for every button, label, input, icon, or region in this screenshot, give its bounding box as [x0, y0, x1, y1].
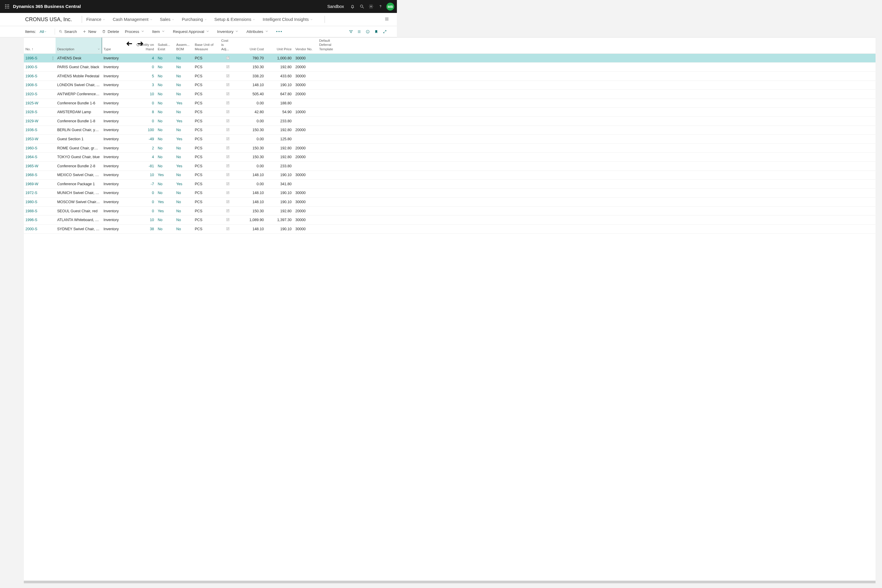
- cell-substi[interactable]: No: [156, 146, 175, 150]
- expand-button[interactable]: [380, 27, 389, 36]
- cell-no[interactable]: 1929-W: [24, 119, 56, 123]
- table-row[interactable]: 1960-SROME Guest Chair, greenInventory2N…: [24, 144, 397, 153]
- cell-substi[interactable]: Yes: [156, 173, 175, 177]
- col-assem[interactable]: Assem... BOM: [175, 43, 193, 53]
- cell-qty[interactable]: 4: [129, 56, 156, 60]
- cell-assem[interactable]: No: [175, 65, 193, 69]
- cell-substi[interactable]: Yes: [156, 209, 175, 213]
- cell-assem[interactable]: No: [175, 209, 193, 213]
- col-description[interactable]: Description: [56, 38, 102, 54]
- cell-no[interactable]: 1953-W: [24, 137, 56, 141]
- cell-qty[interactable]: 100: [129, 128, 156, 132]
- cell-substi[interactable]: No: [156, 119, 175, 123]
- list-view-button[interactable]: [355, 27, 364, 36]
- cell-assem[interactable]: No: [175, 92, 193, 96]
- cell-substi[interactable]: No: [156, 128, 175, 132]
- table-row[interactable]: 1928-SAMSTERDAM LampInventory8NoNoPCS42.…: [24, 108, 397, 117]
- cell-assem[interactable]: No: [175, 173, 193, 177]
- cell-substi[interactable]: No: [156, 227, 175, 231]
- item-action[interactable]: Item: [152, 29, 167, 34]
- col-base-unit[interactable]: Base Unit of Measure: [193, 43, 220, 53]
- nav-item[interactable]: Sales: [160, 17, 175, 22]
- table-row[interactable]: 1972-SMUNICH Swivel Chair, y...Inventory…: [24, 189, 397, 198]
- cell-assem[interactable]: No: [175, 146, 193, 150]
- table-row[interactable]: 1920-SANTWERP Conference T...Inventory10…: [24, 90, 397, 99]
- cell-qty[interactable]: -7: [129, 182, 156, 186]
- cell-assem[interactable]: No: [175, 155, 193, 159]
- col-deferral[interactable]: Default Deferral Template: [318, 39, 343, 54]
- cell-no[interactable]: 1968-S: [24, 173, 56, 177]
- cell-qty[interactable]: 2: [129, 146, 156, 150]
- table-row[interactable]: 1936-SBERLIN Guest Chair, yell...Invento…: [24, 126, 397, 135]
- cell-assem[interactable]: Yes: [175, 101, 193, 105]
- cell-substi[interactable]: No: [156, 74, 175, 78]
- process-action[interactable]: Process: [125, 29, 146, 34]
- cell-substi[interactable]: No: [156, 164, 175, 168]
- table-row[interactable]: 1996-SATLANTA Whiteboard, b...Inventory1…: [24, 216, 397, 225]
- cell-qty[interactable]: 10: [129, 173, 156, 177]
- inventory-action[interactable]: Inventory: [217, 29, 241, 34]
- cell-no[interactable]: 1908-S: [24, 83, 56, 87]
- cell-no[interactable]: 1960-S: [24, 146, 56, 150]
- table-row[interactable]: 1929-WConference Bundle 1-8Inventory0NoY…: [24, 117, 397, 126]
- cell-qty[interactable]: 8: [129, 110, 156, 114]
- cell-substi[interactable]: No: [156, 56, 175, 60]
- table-row[interactable]: 1968-SMEXICO Swivel Chair, bl...Inventor…: [24, 171, 397, 180]
- cell-substi[interactable]: No: [156, 191, 175, 195]
- cell-no[interactable]: 1936-S: [24, 128, 56, 132]
- nav-item[interactable]: Purchasing: [182, 17, 207, 22]
- cell-qty[interactable]: 0: [129, 119, 156, 123]
- row-menu-button[interactable]: ⋮: [51, 57, 55, 60]
- cell-assem[interactable]: Yes: [175, 164, 193, 168]
- cell-no[interactable]: 1928-S: [24, 110, 56, 114]
- table-row[interactable]: 1900-SPARIS Guest Chair, blackInventory0…: [24, 63, 397, 72]
- table-row[interactable]: 1925-WConference Bundle 1-6Inventory0NoY…: [24, 99, 397, 108]
- cell-substi[interactable]: No: [156, 92, 175, 96]
- col-unit-price[interactable]: Unit Price: [266, 47, 294, 54]
- col-unit-cost[interactable]: Unit Cost: [237, 47, 266, 54]
- cell-qty[interactable]: 38: [129, 227, 156, 231]
- cell-substi[interactable]: No: [156, 218, 175, 222]
- cell-assem[interactable]: No: [175, 56, 193, 60]
- table-row[interactable]: 1908-SLONDON Swivel Chair, ...Inventory3…: [24, 81, 397, 90]
- col-qty[interactable]: Quantity on Hand: [129, 43, 156, 53]
- cell-substi[interactable]: No: [156, 110, 175, 114]
- table-row[interactable]: 1964-STOKYO Guest Chair, blueInventory4N…: [24, 153, 397, 162]
- request-approval-action[interactable]: Request Approval: [173, 29, 212, 34]
- cell-no[interactable]: 1996-S: [24, 218, 56, 222]
- cell-qty[interactable]: 10: [129, 218, 156, 222]
- cell-qty[interactable]: 0: [129, 191, 156, 195]
- cell-qty[interactable]: 10: [129, 92, 156, 96]
- cell-assem[interactable]: No: [175, 110, 193, 114]
- cell-substi[interactable]: No: [156, 65, 175, 69]
- filter-button[interactable]: [346, 27, 355, 36]
- cell-substi[interactable]: No: [156, 101, 175, 105]
- cell-qty[interactable]: 0: [129, 200, 156, 204]
- cell-no[interactable]: 1906-S: [24, 74, 56, 78]
- delete-action[interactable]: Delete: [102, 29, 119, 34]
- cell-qty[interactable]: -81: [129, 164, 156, 168]
- help-button[interactable]: [376, 0, 385, 13]
- cell-qty[interactable]: 4: [129, 155, 156, 159]
- cell-assem[interactable]: No: [175, 83, 193, 87]
- table-row[interactable]: 2000-SSYDNEY Swivel Chair, gr...Inventor…: [24, 225, 397, 234]
- cell-qty[interactable]: 0: [129, 101, 156, 105]
- cell-assem[interactable]: Yes: [175, 119, 193, 123]
- settings-button[interactable]: [367, 0, 376, 13]
- cell-assem[interactable]: Yes: [175, 182, 193, 186]
- table-row[interactable]: 1896-S⋮ATHENS DeskInventory4NoNoPCS780.7…: [24, 54, 397, 63]
- cell-substi[interactable]: No: [156, 137, 175, 141]
- col-substi[interactable]: Substi... Exist: [156, 43, 175, 53]
- user-avatar[interactable]: MB: [386, 3, 394, 10]
- info-button[interactable]: [364, 27, 372, 36]
- cell-assem[interactable]: Yes: [175, 137, 193, 141]
- cell-assem[interactable]: No: [175, 74, 193, 78]
- cell-qty[interactable]: 0: [129, 65, 156, 69]
- cell-substi[interactable]: No: [156, 182, 175, 186]
- more-actions[interactable]: •••: [276, 29, 282, 34]
- cell-no[interactable]: 1965-W: [24, 164, 56, 168]
- cell-assem[interactable]: No: [175, 128, 193, 132]
- cell-no[interactable]: 2000-S: [24, 227, 56, 231]
- cell-no[interactable]: 1972-S: [24, 191, 56, 195]
- cell-assem[interactable]: No: [175, 200, 193, 204]
